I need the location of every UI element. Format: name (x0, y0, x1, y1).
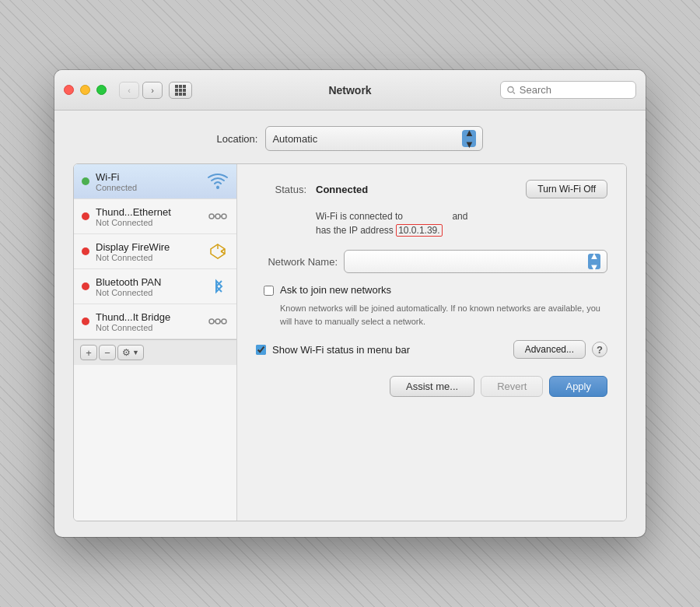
df-status: Not Connected (96, 253, 201, 262)
ask-to-join-label[interactable]: Ask to join new networks (280, 284, 391, 296)
wifi-name: Wi-Fi (96, 171, 201, 183)
ip-info-text-1: Wi-Fi is connected to (316, 211, 403, 222)
show-wifi-row: Show Wi-Fi status in menu bar Advanced..… (256, 340, 607, 359)
svg-rect-4 (179, 89, 182, 92)
close-button[interactable] (64, 85, 74, 95)
df-name: Display FireWire (96, 241, 201, 253)
firewire-icon (207, 240, 229, 262)
network-name-select[interactable]: ▲ ▼ (344, 250, 607, 273)
turn-wifi-off-button[interactable]: Turn Wi-Fi Off (526, 180, 607, 198)
status-dot-tb (82, 318, 89, 325)
ask-to-join-row: Ask to join new networks (264, 284, 607, 296)
network-name-label: Network Name: (256, 256, 338, 268)
content-area: Location: Automatic ▲ ▼ Wi-Fi Connected (54, 111, 646, 537)
te-name: Thund...Ethernet (96, 206, 201, 218)
bt-status: Not Connected (96, 288, 201, 297)
location-row: Location: Automatic ▲ ▼ (73, 126, 627, 151)
network-preferences-window: ‹ › Network (54, 70, 646, 537)
status-row: Status: Connected Turn Wi-Fi Off (256, 180, 607, 198)
svg-point-26 (222, 319, 226, 324)
svg-point-14 (222, 214, 226, 219)
tb-name: Thund...It Bridge (96, 311, 201, 323)
wifi-icon (207, 170, 229, 192)
network-name-value (351, 256, 588, 268)
revert-button[interactable]: Revert (481, 376, 543, 397)
ip-address-value: 10.0.1.39. (396, 224, 442, 237)
svg-rect-3 (175, 89, 178, 92)
svg-point-9 (508, 86, 513, 92)
svg-rect-6 (175, 93, 178, 96)
ip-info: Wi-Fi is connected to and has the IP add… (316, 209, 607, 237)
sidebar-item-display-firewire[interactable]: Display FireWire Not Connected (74, 234, 236, 269)
maximize-button[interactable] (96, 85, 107, 95)
status-dot-bt (82, 282, 89, 290)
assist-me-button[interactable]: Assist me... (390, 376, 474, 397)
main-area: Wi-Fi Connected (73, 163, 627, 521)
sidebar-item-wifi[interactable]: Wi-Fi Connected (74, 164, 236, 199)
sidebar-bottom-bar: + − ⚙ ▼ (74, 339, 236, 365)
add-network-button[interactable]: + (80, 345, 97, 360)
sidebar: Wi-Fi Connected (74, 164, 237, 521)
advanced-button[interactable]: Advanced... (513, 340, 586, 359)
svg-line-10 (513, 92, 515, 93)
te-status: Not Connected (96, 218, 201, 227)
status-dot-df (82, 247, 89, 255)
tb-status: Not Connected (96, 323, 201, 332)
grid-button[interactable] (169, 82, 192, 99)
search-icon (507, 86, 516, 95)
ask-to-join-description: Known networks will be joined automatica… (280, 302, 607, 328)
svg-rect-0 (175, 85, 178, 88)
window-title: Network (328, 84, 371, 96)
svg-rect-7 (179, 93, 182, 96)
svg-rect-8 (183, 93, 186, 96)
remove-network-button[interactable]: − (99, 345, 116, 360)
sidebar-item-thunderbolt-ethernet[interactable]: Thund...Ethernet Not Connected (74, 199, 236, 234)
detail-panel: Status: Connected Turn Wi-Fi Off Wi-Fi i… (237, 164, 626, 521)
svg-rect-5 (183, 89, 186, 92)
bottom-section: Show Wi-Fi status in menu bar Advanced..… (256, 340, 607, 397)
svg-point-13 (215, 214, 220, 219)
show-wifi-label[interactable]: Show Wi-Fi status in menu bar (272, 344, 410, 356)
nav-buttons: ‹ › (119, 82, 163, 99)
forward-button[interactable]: › (142, 82, 163, 99)
titlebar: ‹ › Network (54, 70, 646, 111)
svg-point-25 (215, 319, 220, 324)
location-stepper: ▲ ▼ (462, 130, 476, 147)
location-label: Location: (217, 133, 258, 145)
gear-icon: ⚙ (122, 347, 131, 358)
sidebar-item-thunderbolt-bridge[interactable]: Thund...It Bridge Not Connected (74, 304, 236, 339)
svg-rect-1 (179, 85, 182, 88)
network-name-stepper: ▲ ▼ (588, 254, 600, 269)
svg-rect-2 (183, 85, 186, 88)
ask-to-join-checkbox[interactable] (264, 286, 274, 296)
svg-point-12 (209, 214, 214, 219)
status-dot-wifi (82, 177, 89, 185)
show-wifi-checkbox[interactable] (256, 345, 266, 355)
back-button[interactable]: ‹ (119, 82, 139, 99)
status-label: Status: (256, 184, 306, 195)
action-buttons: Assist me... Revert Apply (256, 370, 607, 397)
network-name-row: Network Name: ▲ ▼ (256, 250, 607, 273)
apply-button[interactable]: Apply (549, 376, 607, 397)
gear-dropdown-arrow: ▼ (132, 349, 139, 356)
minimize-button[interactable] (80, 85, 90, 95)
traffic-lights (64, 85, 107, 95)
sidebar-item-bluetooth-pan[interactable]: Bluetooth PAN Not Connected (74, 269, 236, 304)
bt-name: Bluetooth PAN (96, 276, 201, 288)
svg-point-24 (209, 319, 214, 324)
location-value: Automatic (272, 133, 459, 145)
location-select[interactable]: Automatic ▲ ▼ (265, 126, 483, 151)
bluetooth-icon (207, 275, 229, 297)
help-button[interactable]: ? (592, 342, 607, 357)
ip-info-text-2: and (452, 211, 467, 222)
svg-point-11 (216, 186, 219, 189)
search-input[interactable] (520, 84, 629, 96)
gear-menu-button[interactable]: ⚙ ▼ (117, 345, 144, 360)
wifi-status: Connected (96, 183, 201, 192)
status-dot-te (82, 212, 89, 220)
status-value: Connected (316, 184, 368, 195)
search-box[interactable] (500, 81, 636, 99)
thunderbolt-bridge-icon (207, 311, 229, 332)
thunderbolt-ethernet-icon (207, 205, 229, 227)
ip-info-text-3: has the IP address (316, 225, 394, 236)
